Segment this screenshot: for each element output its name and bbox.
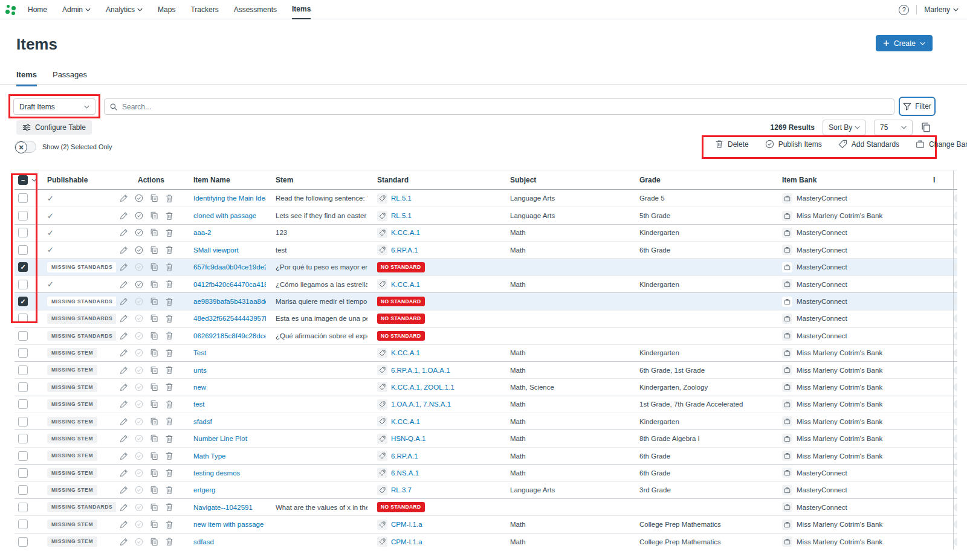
item-name-link[interactable]: Identifying the Main Idea: [193, 195, 266, 202]
edit-pencil-icon[interactable]: [120, 486, 128, 494]
standard-link[interactable]: K.CC.A.1: [391, 281, 420, 288]
publish-check-circle-icon[interactable]: [135, 314, 143, 323]
trash-icon[interactable]: [165, 451, 173, 460]
nav-item-home[interactable]: Home: [28, 0, 47, 19]
edit-pencil-icon[interactable]: [120, 366, 128, 375]
edit-pencil-icon[interactable]: [120, 434, 128, 443]
delete-button[interactable]: Delete: [715, 140, 749, 149]
page-size-select[interactable]: 75: [874, 120, 913, 135]
filter-button[interactable]: Filter: [899, 97, 936, 116]
edit-pencil-icon[interactable]: [120, 314, 128, 323]
duplicate-icon[interactable]: [150, 246, 158, 254]
trash-icon[interactable]: [165, 194, 173, 203]
edit-pencil-icon[interactable]: [120, 383, 128, 391]
publish-check-circle-icon[interactable]: [135, 538, 143, 546]
item-name-link[interactable]: Navigate--1042591: [193, 504, 253, 511]
duplicate-icon[interactable]: [150, 400, 158, 408]
trash-icon[interactable]: [165, 400, 173, 409]
publish-check-circle-icon[interactable]: [135, 486, 143, 494]
masteryconnect-logo[interactable]: [5, 4, 18, 15]
publish-check-circle-icon[interactable]: [135, 469, 143, 477]
edit-pencil-icon[interactable]: [120, 246, 128, 254]
item-name-link[interactable]: 48ed32f662544443957b2c...: [193, 315, 266, 322]
publish-check-circle-icon[interactable]: [135, 211, 143, 220]
row-checkbox[interactable]: [18, 537, 28, 547]
trash-icon[interactable]: [165, 382, 173, 391]
row-checkbox[interactable]: [18, 314, 28, 323]
trash-icon[interactable]: [165, 263, 173, 272]
row-checkbox[interactable]: [18, 348, 28, 358]
help-icon[interactable]: ?: [899, 5, 909, 15]
chevron-down-icon[interactable]: [31, 178, 37, 182]
duplicate-icon[interactable]: [150, 538, 158, 546]
duplicate-icon[interactable]: [150, 486, 158, 494]
nav-item-items[interactable]: Items: [292, 0, 311, 19]
publish-check-circle-icon[interactable]: [135, 452, 143, 460]
row-checkbox[interactable]: [18, 399, 28, 409]
trash-icon[interactable]: [165, 245, 173, 254]
publish-check-circle-icon[interactable]: [135, 297, 143, 306]
edit-pencil-icon[interactable]: [120, 349, 128, 357]
publish-check-circle-icon[interactable]: [135, 400, 143, 408]
publish-check-circle-icon[interactable]: [135, 332, 143, 340]
trash-icon[interactable]: [165, 228, 173, 237]
row-checkbox[interactable]: [18, 211, 28, 220]
item-name-link[interactable]: 0412fb420c64470ca418f5e...: [193, 281, 266, 288]
row-checkbox[interactable]: [18, 331, 28, 341]
item-name-link[interactable]: aaa-2: [193, 229, 211, 236]
item-name-link[interactable]: Math Type: [193, 452, 226, 460]
item-name-link[interactable]: new: [193, 384, 206, 391]
row-checkbox[interactable]: [18, 382, 28, 392]
edit-pencil-icon[interactable]: [120, 332, 128, 340]
publish-check-circle-icon[interactable]: [135, 194, 143, 202]
copy-pages-icon[interactable]: [920, 121, 933, 134]
row-checkbox[interactable]: [18, 434, 28, 443]
row-checkbox[interactable]: [18, 520, 28, 529]
standard-link[interactable]: K.CC.A.1: [391, 229, 420, 236]
publish-check-circle-icon[interactable]: [135, 503, 143, 512]
standard-link[interactable]: RL.3.7: [391, 486, 412, 494]
trash-icon[interactable]: [165, 280, 173, 289]
row-checkbox[interactable]: [18, 228, 28, 237]
duplicate-icon[interactable]: [150, 349, 158, 357]
standard-link[interactable]: 6.RP.A.1: [391, 452, 418, 460]
item-name-link[interactable]: SMall viewport: [193, 246, 239, 254]
trash-icon[interactable]: [165, 297, 173, 306]
publish-items-button[interactable]: Publish Items: [765, 140, 822, 149]
standard-link[interactable]: CPM-I.1.a: [391, 521, 422, 528]
edit-pencil-icon[interactable]: [120, 400, 128, 408]
duplicate-icon[interactable]: [150, 366, 158, 375]
nav-item-trackers[interactable]: Trackers: [190, 0, 218, 19]
publish-check-circle-icon[interactable]: [135, 246, 143, 254]
duplicate-icon[interactable]: [150, 194, 158, 202]
trash-icon[interactable]: [165, 486, 173, 495]
edit-pencil-icon[interactable]: [120, 520, 128, 529]
duplicate-icon[interactable]: [150, 228, 158, 237]
trash-icon[interactable]: [165, 349, 173, 358]
item-name-link[interactable]: unts: [193, 367, 207, 374]
standard-link[interactable]: K.CC.A.1: [391, 349, 420, 356]
create-button[interactable]: Create: [876, 35, 933, 51]
trash-icon[interactable]: [165, 211, 173, 220]
standard-link[interactable]: 1.OA.A.1, 7.NS.A.1: [391, 401, 451, 408]
trash-icon[interactable]: [165, 537, 173, 546]
edit-pencil-icon[interactable]: [120, 280, 128, 289]
standard-link[interactable]: K.CC.A.1: [391, 418, 420, 425]
user-menu[interactable]: Marleny: [924, 5, 959, 14]
edit-pencil-icon[interactable]: [120, 297, 128, 306]
row-checkbox[interactable]: [18, 451, 28, 461]
duplicate-icon[interactable]: [150, 332, 158, 340]
trash-icon[interactable]: [165, 365, 173, 375]
duplicate-icon[interactable]: [150, 314, 158, 323]
trash-icon[interactable]: [165, 520, 173, 529]
edit-pencil-icon[interactable]: [120, 417, 128, 426]
publish-check-circle-icon[interactable]: [135, 228, 143, 237]
item-name-link[interactable]: sdfasd: [193, 538, 214, 546]
edit-pencil-icon[interactable]: [120, 194, 128, 202]
duplicate-icon[interactable]: [150, 383, 158, 391]
standard-link[interactable]: K.CC.A.1, ZOOL.1.1: [391, 384, 454, 391]
standard-link[interactable]: 6.RP.A.1: [391, 246, 418, 254]
item-name-link[interactable]: new item with passage: [193, 521, 264, 528]
row-checkbox[interactable]: [18, 468, 28, 478]
standard-link[interactable]: HSN-Q.A.1: [391, 435, 426, 442]
